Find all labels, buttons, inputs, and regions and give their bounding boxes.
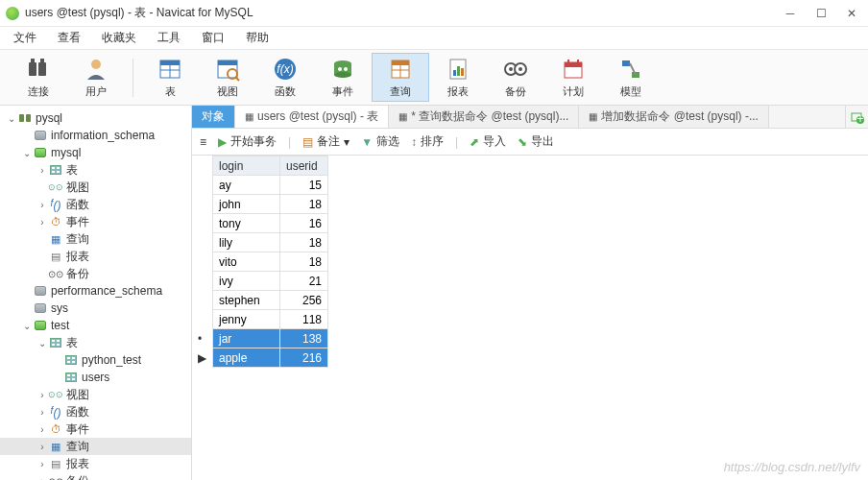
table-row[interactable]: stephen256: [192, 291, 328, 310]
user-icon: [83, 56, 109, 83]
menu-file[interactable]: 文件: [13, 30, 36, 46]
hamburger-icon[interactable]: ≡: [200, 135, 206, 149]
view-icon: ⊙⊙: [48, 180, 63, 194]
minimize-button[interactable]: ─: [784, 7, 797, 20]
table-row[interactable]: lily18: [192, 233, 328, 252]
tab[interactable]: ▦增加数据命令 @test (pysql) -...: [579, 106, 769, 128]
toolbar-func-button[interactable]: f(x)函数: [256, 54, 314, 101]
menu-window[interactable]: 窗口: [202, 30, 225, 46]
maximize-button[interactable]: ☐: [814, 7, 828, 20]
tree-item[interactable]: ›▦查询: [0, 438, 191, 455]
cell-userid[interactable]: 18: [280, 233, 328, 252]
cell-userid[interactable]: 18: [280, 195, 328, 214]
tab-add-button[interactable]: +: [845, 106, 868, 128]
cell-login[interactable]: vito: [213, 252, 280, 272]
tree-item[interactable]: ⌄test: [0, 317, 191, 334]
tree-item[interactable]: ›⊙⊙备份: [0, 472, 191, 480]
tree-item[interactable]: ⊙⊙备份: [0, 265, 191, 282]
toolbar-schedule-button[interactable]: 计划: [544, 54, 602, 101]
cell-login[interactable]: ay: [213, 176, 280, 195]
tree-item[interactable]: ⌄表: [0, 334, 191, 351]
cell-userid[interactable]: 256: [280, 291, 328, 310]
cell-userid[interactable]: 16: [280, 214, 328, 233]
tree-item[interactable]: ›f()函数: [0, 403, 191, 420]
tree-item[interactable]: ▤报表: [0, 248, 191, 265]
cell-userid[interactable]: 216: [280, 348, 328, 368]
menu-favorites[interactable]: 收藏夹: [102, 30, 136, 46]
export-button[interactable]: ⬊导出: [518, 133, 554, 150]
toolbar-model-button[interactable]: 模型: [602, 54, 660, 101]
sort-button[interactable]: ↕排序: [411, 133, 444, 150]
column-header[interactable]: userid: [280, 156, 328, 176]
tree-item[interactable]: ▦查询: [0, 230, 191, 248]
toolbar-event-button[interactable]: 事件: [314, 54, 372, 101]
toolbar-user-button[interactable]: 用户: [67, 54, 125, 101]
table-row[interactable]: jenny118: [192, 310, 328, 329]
start-transaction-button[interactable]: ▶开始事务: [218, 133, 277, 150]
table-row[interactable]: ▶apple216: [192, 348, 328, 368]
column-header[interactable]: login: [213, 156, 280, 176]
toolbar-query-button[interactable]: 查询: [372, 53, 429, 102]
tree-item[interactable]: ›⏱事件: [0, 420, 191, 438]
tree-item[interactable]: ⊙⊙视图: [0, 179, 191, 196]
tree-item[interactable]: sys: [0, 300, 191, 317]
tree-item[interactable]: information_schema: [0, 127, 191, 144]
tree-item[interactable]: ›⊙⊙视图: [0, 386, 191, 403]
caret-icon: ›: [36, 459, 48, 469]
cell-userid[interactable]: 118: [280, 310, 328, 329]
tree-item[interactable]: ›▤报表: [0, 455, 191, 472]
cell-login[interactable]: stephen: [213, 291, 280, 310]
close-button[interactable]: ✕: [845, 7, 858, 20]
svg-rect-0: [29, 62, 36, 76]
tree-item[interactable]: performance_schema: [0, 282, 191, 300]
tab[interactable]: ▦* 查询数据命令 @test (pysql)...: [389, 106, 579, 128]
table-row[interactable]: john18: [192, 195, 328, 214]
toolbar-connect-button[interactable]: 连接: [10, 54, 67, 101]
svg-rect-25: [453, 70, 456, 76]
table-row[interactable]: vito18: [192, 252, 328, 272]
menu-help[interactable]: 帮助: [246, 30, 269, 46]
cell-userid[interactable]: 15: [280, 176, 328, 195]
import-button[interactable]: ⬈导入: [470, 133, 506, 150]
model-icon: [617, 56, 644, 83]
cell-userid[interactable]: 138: [280, 329, 328, 348]
note-button[interactable]: ▤备注 ▾: [302, 133, 350, 150]
tree-item[interactable]: ›f()函数: [0, 196, 191, 213]
tree-item[interactable]: users: [0, 369, 191, 386]
cell-login[interactable]: jar: [213, 329, 280, 348]
tree-item[interactable]: ›⏱事件: [0, 213, 191, 230]
svg-rect-35: [577, 60, 579, 63]
caret-icon: ›: [36, 165, 48, 176]
toolbar-view-button[interactable]: 视图: [199, 54, 256, 101]
menu-tools[interactable]: 工具: [157, 30, 181, 46]
tree-label: sys: [51, 301, 68, 315]
cell-login[interactable]: ivy: [213, 272, 280, 291]
cell-userid[interactable]: 21: [280, 272, 328, 291]
cell-login[interactable]: jenny: [213, 310, 280, 329]
table-row[interactable]: ivy21: [192, 272, 328, 291]
tab[interactable]: ▦users @test (pysql) - 表: [235, 106, 389, 128]
filter-button[interactable]: ▼筛选: [361, 133, 399, 150]
tab[interactable]: 对象: [192, 106, 235, 128]
cell-login[interactable]: john: [213, 195, 280, 214]
tree-item[interactable]: ⌄mysql: [0, 144, 191, 161]
table-row[interactable]: tony16: [192, 214, 328, 233]
table-row[interactable]: ay15: [192, 176, 328, 195]
tree-label: python_test: [82, 353, 141, 367]
tree-item[interactable]: ›表: [0, 161, 191, 179]
toolbar-table-button[interactable]: 表: [141, 54, 199, 101]
table-row[interactable]: •jar138: [192, 329, 328, 348]
cell-login[interactable]: apple: [213, 348, 280, 368]
tree-item[interactable]: python_test: [0, 351, 191, 369]
tree-item[interactable]: ⌄pysql: [0, 109, 191, 127]
sidebar-tree[interactable]: ⌄pysqlinformation_schema⌄mysql›表⊙⊙视图›f()…: [0, 106, 192, 480]
window-title: users @test (pysql) - 表 - Navicat for My…: [25, 5, 784, 21]
menu-view[interactable]: 查看: [58, 30, 81, 46]
cell-userid[interactable]: 18: [280, 252, 328, 272]
data-grid[interactable]: loginuseriday15john18tony16lily18vito18i…: [192, 156, 868, 480]
svg-rect-21: [392, 60, 409, 65]
cell-login[interactable]: lily: [213, 233, 280, 252]
cell-login[interactable]: tony: [213, 214, 280, 233]
toolbar-report-button[interactable]: 报表: [429, 54, 487, 101]
toolbar-backup-button[interactable]: 备份: [487, 54, 544, 101]
